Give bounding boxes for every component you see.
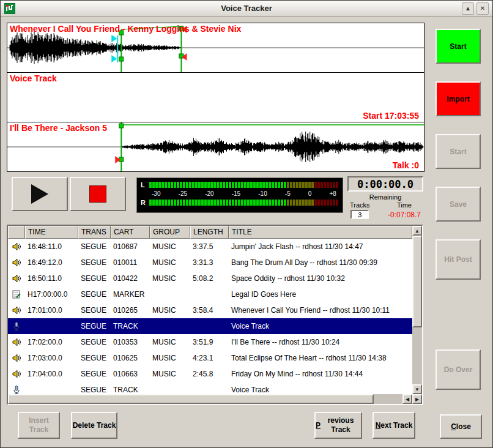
- stop-icon: [89, 185, 106, 203]
- audio-level-meter: L -30 -25 -20 -15 -10 -5 0 +8 R: [136, 177, 343, 213]
- meter-right-segments: [149, 200, 339, 206]
- table-row[interactable]: SEGUETRACKVoice Track: [8, 318, 412, 334]
- meter-right-label: R: [141, 199, 149, 206]
- horizontal-scrollbar[interactable]: ◀ ▶: [8, 394, 422, 404]
- waveform-track-voice[interactable]: Voice Track Start 17:03:55: [7, 73, 424, 122]
- elapsed-time-display: 0:00:00.0: [347, 176, 423, 192]
- column-header-trans[interactable]: TRANS: [78, 226, 111, 239]
- microphone-icon: [12, 385, 21, 394]
- microphone-icon: [12, 321, 21, 331]
- column-header-icon[interactable]: [8, 226, 25, 239]
- table-row[interactable]: 17:03:00.0SEGUE010625MUSIC4:23.1Total Ec…: [8, 350, 412, 366]
- insert-track-button[interactable]: Insert Track: [18, 412, 60, 439]
- horizontal-scroll-thumb[interactable]: [8, 394, 374, 404]
- play-button[interactable]: [12, 177, 68, 211]
- remaining-tracks-label: Tracks: [350, 201, 370, 209]
- next-track-button[interactable]: Next Track: [373, 412, 415, 439]
- titlebar[interactable]: Voice Tracker ▲ ✕: [1, 1, 492, 17]
- do-over-button[interactable]: Do Over: [436, 349, 481, 390]
- remaining-label: Remaining: [347, 193, 423, 201]
- vertical-scrollbar[interactable]: ▲ ▼: [412, 226, 422, 394]
- scroll-left-button[interactable]: ◀: [402, 394, 412, 404]
- track-list-body: 16:48:11.0SEGUE010687MUSIC3:37.5Jumpin' …: [8, 239, 412, 394]
- table-row[interactable]: SEGUETRACKVoice Track: [8, 382, 412, 394]
- speaker-icon: [12, 242, 21, 252]
- speaker-icon: [12, 369, 21, 379]
- column-header-cart[interactable]: CART: [111, 226, 150, 239]
- table-row[interactable]: H17:00:00.0SEGUEMARKERLegal ID Goes Here: [8, 286, 412, 302]
- close-window-button[interactable]: ✕: [476, 2, 489, 15]
- save-button[interactable]: Save: [436, 187, 481, 222]
- start-track1-button[interactable]: Start: [436, 29, 481, 64]
- previous-track-button[interactable]: Previous Track: [314, 412, 362, 439]
- speaker-icon: [12, 258, 21, 267]
- table-row[interactable]: 16:49:12.0SEGUE010011MUSIC3:31.3Bang The…: [8, 255, 412, 271]
- column-header-title[interactable]: TITLE: [229, 226, 412, 239]
- start-track3-button[interactable]: Start: [436, 134, 481, 169]
- remaining-panel: Remaining Tracks 3 Time -0:07:08.7: [347, 193, 423, 219]
- remaining-time-value: -0:07:08.7: [388, 211, 421, 219]
- table-row[interactable]: 16:50:11.0SEGUE010422MUSIC5:08.2Space Od…: [8, 271, 412, 286]
- delete-track-button[interactable]: Delete Track: [71, 412, 117, 439]
- table-row[interactable]: 17:01:00.0SEGUE010265MUSIC3:58.4Whenever…: [8, 302, 412, 318]
- stop-button[interactable]: [70, 177, 126, 211]
- scroll-up-button[interactable]: ▲: [412, 226, 422, 236]
- table-row[interactable]: 17:04:00.0SEGUE010663MUSIC2:45.8Friday O…: [8, 366, 412, 382]
- table-row[interactable]: 16:48:11.0SEGUE010687MUSIC3:37.5Jumpin' …: [8, 239, 412, 255]
- scroll-right-button[interactable]: ▶: [412, 394, 422, 404]
- column-header-time[interactable]: TIME: [25, 226, 78, 239]
- meter-scale: -30 -25 -20 -15 -10 -5 0 +8: [141, 189, 339, 198]
- waveform-track-previous[interactable]: Whenever I Call You Friend - Kenny Loggi…: [7, 23, 424, 73]
- track3-talk-time: Talk :0: [393, 160, 419, 170]
- import-button[interactable]: Import: [436, 81, 481, 116]
- shade-window-button[interactable]: ▲: [462, 2, 474, 15]
- track2-start-time: Start 17:03:55: [363, 111, 419, 121]
- track1-title: Whenever I Call You Friend - Kenny Loggi…: [10, 24, 241, 34]
- voice-tracker-window: Voice Tracker ▲ ✕: [0, 0, 493, 448]
- remaining-time-label: Time: [397, 201, 412, 209]
- window-title: Voice Tracker: [1, 4, 492, 13]
- speaker-icon: [12, 337, 21, 347]
- marker-icon: [12, 289, 21, 299]
- waveform-display[interactable]: Whenever I Call You Friend - Kenny Loggi…: [7, 23, 424, 172]
- speaker-icon: [12, 353, 21, 363]
- vertical-scroll-thumb[interactable]: [412, 236, 422, 327]
- track2-title: Voice Track: [10, 73, 57, 83]
- close-button[interactable]: Close: [440, 414, 482, 439]
- hit-post-button[interactable]: Hit Post: [436, 239, 481, 280]
- track-log-table: TIME TRANS CART GROUP LENGTH TITLE 16:48…: [7, 225, 423, 405]
- table-row[interactable]: 17:02:00.0SEGUE010353MUSIC3:51.9I'll Be …: [8, 334, 412, 350]
- remaining-tracks-value: 3: [350, 210, 369, 219]
- speaker-icon: [12, 305, 21, 315]
- play-icon: [31, 184, 48, 204]
- column-header-length[interactable]: LENGTH: [190, 226, 229, 239]
- app-icon: [4, 3, 15, 14]
- column-header-group[interactable]: GROUP: [150, 226, 190, 239]
- meter-left-label: L: [141, 181, 149, 189]
- track-list-header: TIME TRANS CART GROUP LENGTH TITLE: [8, 226, 412, 239]
- waveform-track-next[interactable]: I'll Be There - Jackson 5 Talk :0: [7, 122, 424, 171]
- track3-title: I'll Be There - Jackson 5: [10, 123, 107, 133]
- scroll-down-button[interactable]: ▼: [412, 384, 422, 394]
- speaker-icon: [12, 274, 21, 283]
- meter-left-segments: [149, 182, 339, 188]
